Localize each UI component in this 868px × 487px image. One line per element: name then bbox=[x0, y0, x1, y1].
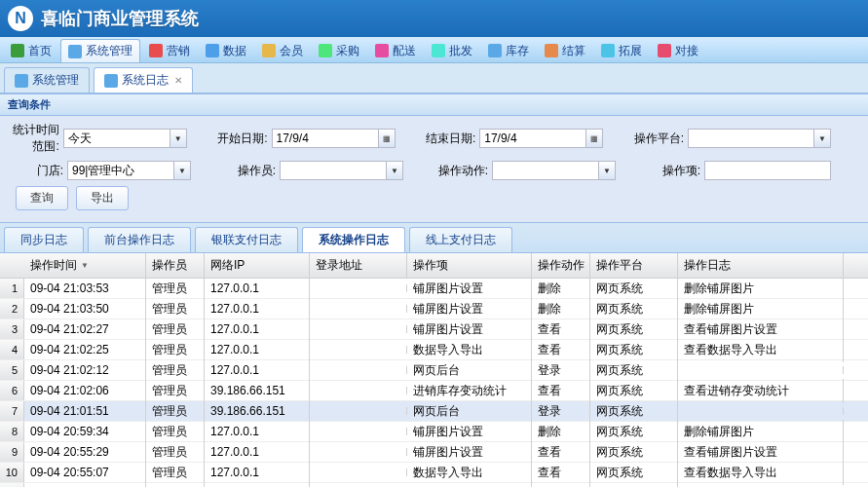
col-header-7[interactable]: 操作日志 bbox=[678, 253, 844, 278]
menu-item-采购[interactable]: 采购 bbox=[312, 39, 366, 62]
subtab-同步日志[interactable]: 同步日志 bbox=[4, 227, 84, 252]
menu-icon bbox=[545, 44, 558, 57]
menu-label: 采购 bbox=[336, 43, 359, 59]
cell: 127.0.0.1 bbox=[205, 359, 310, 381]
start-date-input[interactable] bbox=[272, 129, 379, 148]
row-number: 7 bbox=[0, 401, 24, 421]
menu-icon bbox=[11, 44, 24, 57]
cell bbox=[310, 366, 407, 374]
cell bbox=[310, 305, 407, 313]
menu-item-批发[interactable]: 批发 bbox=[425, 39, 479, 62]
cell: 09-04 21:03:50 bbox=[24, 298, 146, 319]
tab-label: 系统日志 bbox=[122, 72, 169, 89]
cell: 127.0.0.1 bbox=[205, 462, 310, 483]
menu-label: 拓展 bbox=[619, 43, 642, 59]
menu-label: 批发 bbox=[449, 43, 472, 59]
tab-系统管理[interactable]: 系统管理 bbox=[4, 67, 90, 93]
platform-input[interactable] bbox=[688, 129, 814, 148]
operator-input[interactable] bbox=[280, 161, 387, 180]
row-number: 11 bbox=[0, 483, 24, 487]
col-header-2[interactable]: 网络IP bbox=[205, 253, 310, 278]
close-icon[interactable]: ✕ bbox=[174, 75, 182, 86]
col-header-3[interactable]: 登录地址 bbox=[310, 253, 407, 278]
row-number: 1 bbox=[0, 279, 24, 298]
export-button[interactable]: 导出 bbox=[76, 186, 129, 210]
end-date-input[interactable] bbox=[479, 129, 586, 148]
menu-icon bbox=[658, 44, 671, 57]
menu-item-库存[interactable]: 库存 bbox=[481, 39, 536, 62]
calendar-trigger-icon[interactable]: ▦ bbox=[586, 129, 603, 148]
menu-item-营销[interactable]: 营销 bbox=[142, 39, 197, 62]
menu-item-对接[interactable]: 对接 bbox=[651, 39, 705, 62]
cell: 网页系统 bbox=[590, 481, 678, 488]
menu-label: 数据 bbox=[223, 43, 246, 59]
menu-item-系统管理[interactable]: 系统管理 bbox=[60, 39, 140, 62]
col-header-1[interactable]: 操作员 bbox=[146, 253, 205, 278]
col-header-5[interactable]: 操作动作 bbox=[532, 253, 590, 278]
cell: 09-04 21:02:27 bbox=[24, 318, 146, 340]
range-input[interactable] bbox=[63, 129, 170, 148]
dropdown-trigger-icon[interactable]: ▼ bbox=[599, 161, 616, 180]
start-date-label: 开始日期: bbox=[216, 131, 268, 147]
col-header-6[interactable]: 操作平台 bbox=[590, 253, 678, 278]
dropdown-trigger-icon[interactable]: ▼ bbox=[170, 129, 187, 148]
calendar-trigger-icon[interactable]: ▦ bbox=[379, 129, 396, 148]
menu-icon bbox=[319, 44, 332, 57]
cell: 127.0.0.1 bbox=[205, 339, 310, 360]
operator-label: 操作员: bbox=[220, 163, 276, 179]
cell: 39.186.66.151 bbox=[205, 380, 310, 401]
subtab-系统操作日志[interactable]: 系统操作日志 bbox=[302, 227, 405, 252]
cell: 查看数据导入导出 bbox=[678, 461, 844, 485]
menu-item-配送[interactable]: 配送 bbox=[368, 39, 423, 62]
col-header-0[interactable]: 操作时间▼ bbox=[24, 253, 146, 278]
menu-icon bbox=[149, 44, 163, 57]
title-bar: N 喜临门商业管理系统 bbox=[0, 0, 868, 37]
query-button[interactable]: 查询 bbox=[16, 186, 68, 210]
menu-item-数据[interactable]: 数据 bbox=[199, 39, 253, 62]
row-number: 8 bbox=[0, 422, 24, 441]
cell: 09-04 21:02:06 bbox=[24, 380, 146, 401]
dropdown-trigger-icon[interactable]: ▼ bbox=[387, 161, 403, 180]
app-title: 喜临门商业管理系统 bbox=[41, 7, 199, 30]
store-label: 门店: bbox=[8, 163, 63, 179]
menu-label: 库存 bbox=[506, 43, 529, 59]
cell: 查看进销存变动统计 bbox=[678, 379, 844, 403]
dropdown-trigger-icon[interactable]: ▼ bbox=[814, 129, 831, 148]
cell: 网页后台 bbox=[407, 481, 532, 488]
cell bbox=[310, 284, 407, 292]
cell: 127.0.0.1 bbox=[205, 421, 310, 442]
cell: 09-04 21:02:12 bbox=[24, 359, 146, 381]
item-input[interactable] bbox=[704, 161, 831, 180]
action-input[interactable] bbox=[492, 161, 599, 180]
menu-icon bbox=[68, 45, 82, 58]
store-input[interactable] bbox=[67, 161, 174, 180]
menu-icon bbox=[601, 44, 615, 57]
action-label: 操作动作: bbox=[433, 163, 488, 179]
row-number: 9 bbox=[0, 442, 24, 462]
menu-item-结算[interactable]: 结算 bbox=[538, 39, 592, 62]
col-header-4[interactable]: 操作项 bbox=[407, 253, 532, 278]
menu-label: 对接 bbox=[675, 43, 698, 59]
menu-label: 结算 bbox=[562, 43, 585, 59]
cell bbox=[310, 428, 407, 435]
row-number: 6 bbox=[0, 381, 24, 400]
subtab-银联支付日志[interactable]: 银联支付日志 bbox=[195, 227, 298, 252]
row-number: 10 bbox=[0, 463, 24, 482]
filter-area: 统计时间范围: ▼ 开始日期: ▦ 结束日期: ▦ 操作平台: ▼ 门店: ▼ … bbox=[0, 116, 868, 223]
cell: 09-04 20:55:07 bbox=[24, 462, 146, 483]
dropdown-trigger-icon[interactable]: ▼ bbox=[174, 161, 191, 180]
cell: 09-04 20:55:29 bbox=[24, 441, 146, 463]
subtab-前台操作日志[interactable]: 前台操作日志 bbox=[88, 227, 191, 252]
filter-panel-header: 查询条件 bbox=[0, 94, 868, 116]
menu-label: 首页 bbox=[28, 43, 52, 59]
menu-icon bbox=[488, 44, 502, 57]
tab-系统日志[interactable]: 系统日志✕ bbox=[94, 67, 193, 93]
subtab-线上支付日志[interactable]: 线上支付日志 bbox=[409, 227, 512, 252]
log-type-tabs: 同步日志前台操作日志银联支付日志系统操作日志线上支付日志 bbox=[0, 223, 868, 253]
menu-item-拓展[interactable]: 拓展 bbox=[594, 39, 649, 62]
cell bbox=[310, 346, 407, 354]
menu-item-首页[interactable]: 首页 bbox=[4, 39, 58, 62]
cell bbox=[310, 387, 407, 394]
menu-item-会员[interactable]: 会员 bbox=[255, 39, 310, 62]
menu-icon bbox=[206, 44, 219, 57]
